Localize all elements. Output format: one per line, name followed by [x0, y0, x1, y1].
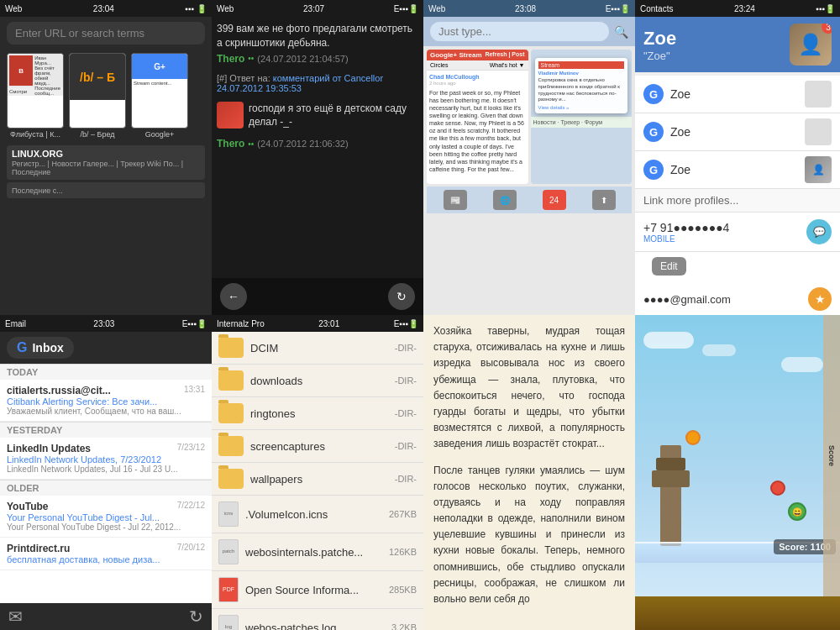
- file-name-ringtones: ringtones: [250, 407, 388, 420]
- thumb-1[interactable]: B Иван Мура...Без счёт фрагм, обкей мауд…: [7, 53, 64, 139]
- email-list: TODAY 13:31 citialerts.russia@cit... Cit…: [0, 364, 212, 603]
- phone-row: +7 91●●●●●●●4 MOBILE 💬: [635, 213, 840, 252]
- site-item-recent[interactable]: Последние с...: [7, 182, 205, 198]
- chat-text-1: 399 вам же не фото предлагали смотреть а…: [217, 22, 418, 50]
- text-content: Хозяйка таверны, мудрая тощая старуха, о…: [433, 323, 625, 622]
- score-label: Score:: [779, 542, 807, 552]
- file-item-downloads[interactable]: downloads -DIR-: [212, 365, 423, 397]
- paragraph-1: Хозяйка таверны, мудрая тощая старуха, о…: [433, 323, 625, 453]
- cloud-1: [643, 332, 694, 349]
- email-bottom-bar: ✉ ↻: [0, 603, 212, 630]
- file-item-log[interactable]: log webos-patches.log 3.2KB: [212, 609, 423, 630]
- email-date-1: 13:31: [184, 385, 205, 394]
- link-more-row[interactable]: Link more profiles...: [635, 189, 840, 213]
- status-icons-3: E▪▪▪🔋: [606, 4, 630, 13]
- globe-icon[interactable]: 🌐: [493, 190, 517, 210]
- edit-button[interactable]: Edit: [652, 257, 686, 276]
- tower-top: [656, 458, 685, 470]
- email-item-3[interactable]: 7/22/12 YouTube Your Personal YouTube Di…: [0, 496, 212, 538]
- chat-author-3: Thero: [217, 138, 244, 150]
- file-item-DCIM[interactable]: DCIM -DIR-: [212, 332, 423, 365]
- enemy-1: [770, 480, 785, 496]
- email-from-1: citialerts.russia@cit...: [7, 385, 205, 396]
- sms-button[interactable]: 💬: [806, 219, 832, 244]
- site-nav-2: Новости Галере...: [51, 160, 113, 168]
- top-cards: Google+ Stream Refresh | Post Circles Wh…: [427, 50, 632, 184]
- linked-photo-2: [805, 118, 832, 145]
- popup-text: Сортировка окна в отдельно приближенного…: [538, 77, 625, 103]
- file-icon-log: log: [218, 615, 239, 630]
- file-meta-patch: 126KB: [389, 547, 417, 557]
- view-details[interactable]: View details »: [538, 105, 625, 110]
- file-item-ringtones[interactable]: ringtones -DIR-: [212, 397, 423, 430]
- thumb-b-content: /b/ – Б: [70, 54, 125, 100]
- google-icon-1: G: [643, 84, 664, 104]
- contact-row-3[interactable]: G Zoe 👤: [635, 151, 840, 189]
- file-icon-patch: patch: [218, 539, 239, 564]
- calendar-icon[interactable]: 24: [543, 190, 566, 210]
- chat-time-1: (24.07.2012 21:04:57): [257, 54, 348, 64]
- reply-prefix: [#] Ответ на:: [217, 73, 273, 83]
- linked-photo-3: 👤: [805, 156, 832, 183]
- email-preview-3: Your Personal YouTube Digest - Jul 22, 2…: [7, 522, 205, 532]
- star-button[interactable]: ★: [808, 287, 832, 311]
- news-icon[interactable]: 📰: [444, 190, 467, 210]
- search-bar: 🔍: [423, 17, 635, 46]
- game-sky: 😄 Score: 1100 Score: [635, 315, 840, 596]
- file-meta-screencaptures: -DIR-: [395, 441, 417, 451]
- file-item-opensource[interactable]: PDF Open Source Informa... 285KB: [212, 571, 423, 609]
- contact-header: Zoe "Zoe" 👤 3: [635, 17, 840, 72]
- home-icon[interactable]: ⬆: [592, 190, 616, 210]
- game-ground: [635, 596, 840, 630]
- contact-avatar: 👤 3: [790, 24, 832, 66]
- contact-nickname: "Zoe": [643, 50, 676, 62]
- chat-msg-1: 399 вам же не фото предлагали смотреть а…: [217, 22, 418, 65]
- app-name-5: Email: [5, 319, 26, 328]
- status-bar-3: Web 23:08 E▪▪▪🔋: [423, 0, 635, 17]
- thumb-2[interactable]: /b/ – Б /b/ – Бред: [69, 53, 126, 139]
- email-panel: Email 23:03 E▪▪▪🔋 G Inbox TODAY 13:31 ci…: [0, 315, 212, 630]
- time-5: 23:03: [93, 319, 114, 328]
- email-subject-3: Your Personal YouTube Digest - Jul...: [7, 512, 205, 522]
- file-list: DCIM -DIR- downloads -DIR- ringtones -DI…: [212, 332, 423, 630]
- phone-number: +7 91●●●●●●●4: [643, 221, 800, 234]
- contact-row-1[interactable]: G Zoe: [635, 76, 840, 113]
- file-item-volumeicon[interactable]: icns .VolumeIcon.icns 267KB: [212, 496, 423, 533]
- chat-reply-text: [#] Ответ на: комментарий от Cancellor 2…: [217, 73, 418, 93]
- linked-photo-1: [805, 81, 832, 108]
- thumb-3[interactable]: G+ Stream content... Google+: [131, 53, 188, 139]
- file-item-wallpapers[interactable]: wallpapers -DIR-: [212, 463, 423, 496]
- popup-card: Stream Vladimir Mutinov Сортировка окна …: [535, 58, 628, 113]
- refresh-button[interactable]: ↻: [388, 283, 415, 310]
- search-input[interactable]: [430, 22, 609, 41]
- thumb-gplus: G+: [132, 54, 187, 79]
- url-bar[interactable]: Enter URL or search terms: [7, 22, 205, 45]
- circles-label: Circles: [430, 62, 448, 68]
- file-item-screencaptures[interactable]: screencaptures -DIR-: [212, 430, 423, 463]
- inbox-badge: G Inbox: [7, 337, 74, 359]
- status-bar-2: Web 23:07 E▪▪▪🔋: [212, 0, 423, 17]
- paragraph-2: После танцев гуляки умаялись — шум голос…: [433, 463, 625, 608]
- email-refresh-button[interactable]: ↻: [189, 606, 203, 627]
- chat-msg-2: господи я это ещё в детском саду делал -…: [217, 102, 418, 130]
- site-item-linux[interactable]: LINUX.ORG Регистр... | Новости Галере...…: [7, 145, 205, 180]
- back-button[interactable]: ←: [220, 283, 247, 310]
- file-item-webos-patch[interactable]: patch webosinternals.patche... 126KB: [212, 533, 423, 571]
- character-1: 😄: [788, 502, 806, 521]
- site-nav-1: Регистр...: [12, 160, 45, 168]
- contact-row-2[interactable]: G Zoe: [635, 113, 840, 151]
- circles-bar: Circles What's hot ▼: [427, 60, 528, 71]
- thumb-gplus-content: Stream content...: [132, 79, 187, 104]
- chat-messages: 399 вам же не фото предлагали смотреть а…: [212, 17, 423, 278]
- email-item-4[interactable]: 7/20/12 Printdirect.ru бесплатная достав…: [0, 538, 212, 570]
- status-bar-4: Contacts 23:24 ▪▪▪🔋: [635, 0, 840, 17]
- folder-icon-DCIM: [218, 338, 244, 358]
- compose-button[interactable]: ✉: [8, 606, 23, 627]
- email-from-2: LinkedIn Updates: [7, 443, 205, 454]
- email-item-2[interactable]: 7/23/12 LinkedIn Updates LinkedIn Networ…: [0, 438, 212, 480]
- file-meta-DCIM: -DIR-: [395, 343, 417, 353]
- email-item-1[interactable]: 13:31 citialerts.russia@cit... Citibank …: [0, 380, 212, 422]
- whats-hot[interactable]: What's hot ▼: [490, 62, 525, 68]
- status-bar-1: Web 23:04 ▪▪▪ 🔋: [0, 0, 212, 17]
- thumb-img-2: /b/ – Б: [69, 53, 126, 129]
